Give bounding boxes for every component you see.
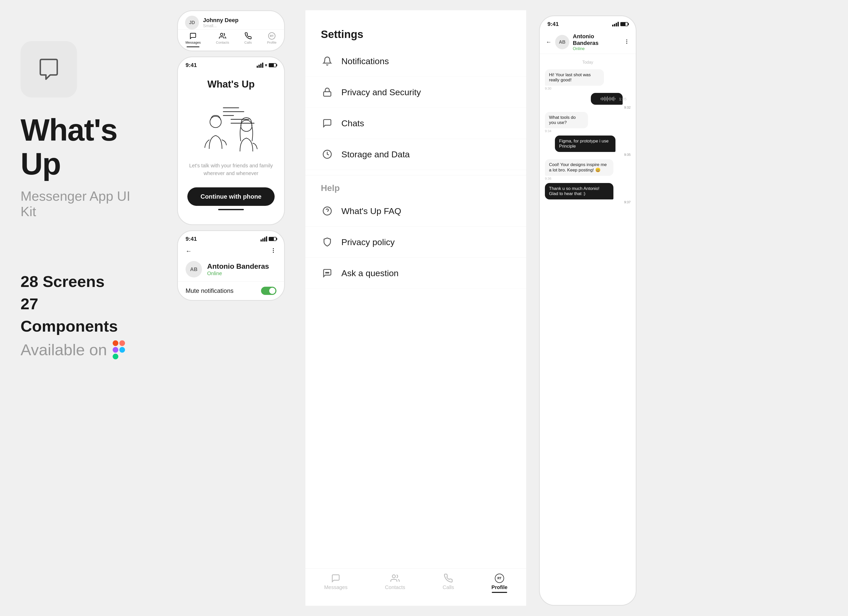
play-icon[interactable]: ▶	[595, 96, 599, 102]
privacy-policy-label: Privacy policy	[341, 237, 395, 247]
message-2: ▶	[591, 93, 631, 109]
settings-bottom-nav: Messages Contacts Calls RT Profile	[305, 568, 526, 595]
mute-label: Mute notifications	[185, 287, 234, 294]
svg-rect-0	[113, 340, 118, 346]
profile-status-icons	[261, 236, 276, 242]
lock-icon	[321, 86, 334, 99]
chat-more-button[interactable]	[624, 39, 630, 45]
waveform	[600, 96, 615, 101]
clock-icon	[321, 148, 334, 161]
svg-point-24	[626, 40, 627, 40]
nav-messages-label: Messages	[185, 40, 201, 45]
johnny-deep-avatar: JD	[185, 16, 199, 30]
chat-screen-mockup: 9:41 ← AB Antonio Banderas Online	[539, 15, 636, 606]
nav-profile[interactable]: RT Profile	[267, 32, 276, 47]
mute-notifications-row: Mute notifications	[178, 282, 284, 300]
battery-fill	[269, 64, 274, 67]
svg-point-22	[328, 272, 329, 273]
profile-avatar: AB	[185, 261, 202, 278]
available-row: Available on	[21, 340, 139, 359]
msg-time-6: 9:37	[545, 200, 631, 204]
bell-icon	[321, 55, 334, 67]
chat-contact-status: Online	[573, 46, 620, 51]
profile-nav-icon: RT	[268, 32, 276, 40]
svg-rect-1	[119, 340, 125, 346]
right-nav-messages[interactable]: Messages	[324, 574, 347, 593]
settings-item-faq[interactable]: What's Up FAQ	[305, 196, 526, 227]
profile-nav-indicator	[492, 592, 507, 593]
settings-item-chats[interactable]: Chats	[305, 108, 526, 139]
chat-header: ← AB Antonio Banderas Online	[540, 30, 636, 54]
profile-header-bar: ←	[178, 245, 284, 258]
profile-time: 9:41	[185, 236, 197, 242]
message-1: Hi! Your last shot was really good! 9:30	[545, 69, 618, 91]
status-icons: ▾	[256, 62, 276, 68]
right-nav-messages-icon	[331, 574, 340, 583]
settings-item-notifications[interactable]: Notifications	[305, 46, 526, 77]
signal-bar-1	[256, 66, 258, 68]
voice-message: ▶	[595, 96, 618, 102]
privacy-label: Privacy and Security	[341, 87, 421, 97]
received-bubble-3: What tools do you use?	[545, 112, 588, 128]
mute-toggle[interactable]	[261, 287, 276, 295]
app-subtitle: Messenger App UI Kit	[21, 189, 139, 219]
welcome-status-bar: 9:41 ▾	[178, 57, 284, 71]
settings-item-privacy-policy[interactable]: Privacy policy	[305, 227, 526, 258]
svg-point-5	[221, 33, 223, 36]
message-5: Cool! Your designs inspire me a lot bro.…	[545, 159, 631, 180]
help-list: What's Up FAQ Privacy policy Ask a quest…	[305, 196, 526, 289]
welcome-illustration	[193, 95, 270, 157]
continue-with-phone-button[interactable]: Continue with phone	[187, 187, 274, 206]
right-nav-contacts[interactable]: Contacts	[385, 574, 405, 593]
signal-bar-4	[262, 62, 263, 68]
settings-item-storage[interactable]: Storage and Data	[305, 139, 526, 170]
chat-status-bar: 9:41	[540, 16, 636, 30]
welcome-description: Let's talk with your friends and family …	[185, 162, 276, 177]
nav-calls[interactable]: Calls	[244, 32, 252, 47]
screens-count: 28 Screens	[21, 270, 139, 293]
msg-time-1: 9:30	[545, 86, 618, 91]
chat-contact-name: Antonio Banderas	[573, 33, 620, 46]
svg-point-26	[626, 43, 627, 44]
right-nav-profile-icon: RT	[495, 574, 504, 583]
settings-item-privacy[interactable]: Privacy and Security	[305, 77, 526, 108]
right-nav-contacts-icon	[390, 574, 400, 583]
nav-contacts[interactable]: Contacts	[216, 32, 229, 47]
settings-title: Settings	[305, 21, 526, 46]
app-icon	[21, 41, 77, 98]
svg-point-23	[393, 575, 396, 578]
notifications-label: Notifications	[341, 56, 389, 66]
msg-text-5: Cool! Your designs inspire me a lot bro.…	[549, 162, 609, 173]
right-nav-calls[interactable]: Calls	[443, 574, 454, 593]
signal-icon	[256, 62, 263, 68]
nav-profile-label: Profile	[267, 40, 276, 45]
svg-rect-2	[113, 347, 118, 353]
nav-contacts-label: Contacts	[216, 40, 229, 45]
question-icon	[321, 205, 334, 217]
welcome-title: What's Up	[208, 79, 255, 90]
chats-label: Chats	[341, 118, 364, 128]
nav-messages-indicator	[187, 46, 199, 47]
right-nav-profile-label: Profile	[492, 585, 507, 590]
nav-messages[interactable]: Messages	[185, 32, 201, 47]
profile-signal-icon	[261, 236, 267, 242]
msg-time-5: 9:36	[545, 177, 631, 180]
battery-icon	[269, 63, 276, 67]
right-nav-profile[interactable]: RT Profile	[492, 574, 507, 593]
svg-rect-16	[324, 92, 331, 96]
chat-back-button[interactable]: ←	[546, 39, 551, 45]
voice-duration: 1:35	[619, 97, 627, 101]
profile-contact-status: Online	[207, 270, 269, 276]
msg-text-4: Figma, for prototype i use Principle	[559, 139, 611, 149]
settings-item-ask-question[interactable]: Ask a question	[305, 258, 526, 289]
right-nav-calls-label: Calls	[443, 585, 454, 590]
sent-bubble-4: Figma, for prototype i use Principle	[555, 135, 615, 152]
more-button[interactable]	[270, 248, 276, 255]
wifi-icon: ▾	[265, 62, 267, 68]
chat-contact-avatar: AB	[555, 35, 569, 49]
msg-time-4: 9:35	[555, 153, 631, 157]
back-button[interactable]: ←	[185, 248, 192, 255]
chat-icon	[321, 117, 334, 130]
contacts-nav-icon	[219, 32, 226, 40]
message-4: Figma, for prototype i use Principle 9:3…	[555, 135, 631, 157]
